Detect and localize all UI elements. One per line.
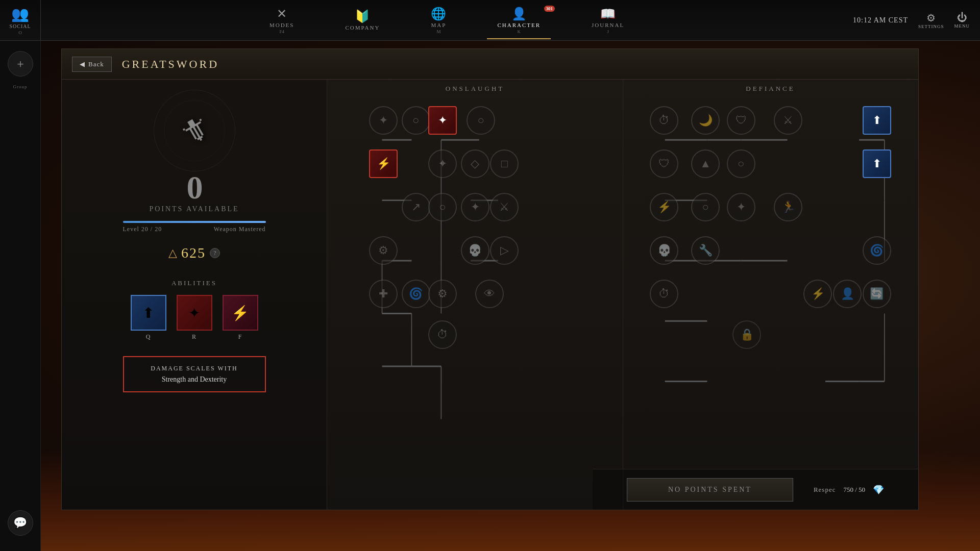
character-key: K xyxy=(518,29,521,34)
defiance-column: DEFIANCE xyxy=(623,80,918,510)
skill-node-d19[interactable]: 👤 xyxy=(833,280,862,308)
skill-node-o18[interactable]: ⚙ xyxy=(428,280,457,308)
skill-node-d15[interactable]: 🔧 xyxy=(691,236,720,265)
damage-scales-title: DAMAGE SCALES WITH xyxy=(134,365,255,372)
group-button[interactable]: ＋ xyxy=(8,51,33,77)
skill-node-d10[interactable]: ⚡ xyxy=(650,193,678,221)
time-display: 10:12 AM CEST xyxy=(853,16,908,24)
bottom-bar: NO POINTS SPENT Respec 750 / 50 💎 xyxy=(593,469,918,510)
social-label: SOCIAL xyxy=(9,23,31,29)
skill-node-o14[interactable]: 💀 xyxy=(461,236,489,265)
journal-label: JOURNAL xyxy=(592,22,624,28)
ability-f-symbol: ⚡ xyxy=(231,305,249,321)
respec-label: Respec xyxy=(814,486,836,494)
ability-key-r: R xyxy=(192,333,197,341)
skill-node-d12[interactable]: ✦ xyxy=(727,193,755,221)
ability-r-symbol: ✦ xyxy=(188,305,200,321)
nav-company[interactable]: 🔰 COMPANY xyxy=(335,4,390,37)
character-badge: 301 xyxy=(544,6,555,12)
skill-node-o2[interactable]: ○ xyxy=(402,106,430,135)
damage-scales-value: Strength and Dexterity xyxy=(134,375,255,384)
level-label: Level 20 / 20 xyxy=(123,226,162,233)
skill-node-d-bottom-locked[interactable]: 🔒 xyxy=(732,320,761,349)
skill-node-o11[interactable]: ✦ xyxy=(461,193,489,221)
main-panel: ◀ Back GREATSWORD 🗡 0 POINTS AVAILABLE L… xyxy=(61,48,919,510)
group-label: Group xyxy=(13,84,28,89)
respec-value: 750 / 50 xyxy=(843,486,865,494)
skill-node-d5-hl[interactable]: ⬆ xyxy=(863,106,891,135)
skill-node-o13[interactable]: ⚙ xyxy=(369,236,398,265)
nav-journal[interactable]: 📖 JOURNAL J xyxy=(581,2,634,39)
ability-icon-f[interactable]: ⚡ xyxy=(223,295,258,331)
back-chevron-icon: ◀ xyxy=(80,60,85,68)
skill-node-o4[interactable]: ○ xyxy=(467,106,495,135)
character-label: CHARACTER xyxy=(497,22,541,28)
menu-icon: ⏻ xyxy=(957,12,967,23)
skill-node-d2[interactable]: 🌙 xyxy=(691,106,720,135)
ability-q-symbol: ⬆ xyxy=(142,305,154,321)
skill-node-d20[interactable]: 🔄 xyxy=(863,280,891,308)
skill-node-d1[interactable]: ⏱ xyxy=(650,106,678,135)
skill-node-o5-active[interactable]: ⚡ xyxy=(369,149,398,178)
ability-icon-q[interactable]: ⬆ xyxy=(131,295,166,331)
settings-button[interactable]: ⚙ SETTINGS xyxy=(918,12,944,29)
back-button[interactable]: ◀ Back xyxy=(72,57,112,72)
skill-node-o-bottom[interactable]: ⏱ xyxy=(428,320,457,349)
respec-icon: 💎 xyxy=(873,484,884,495)
social-nav-item[interactable]: 👥 SOCIAL O xyxy=(0,0,41,40)
skill-node-d7[interactable]: ▲ xyxy=(691,149,720,178)
nav-items: ✕ MODES F4 🔰 COMPANY 🌐 MAP M 👤 301 CHARA… xyxy=(41,0,853,40)
ability-key-q: Q xyxy=(146,333,151,341)
skill-node-d17[interactable]: ⏱ xyxy=(650,280,678,308)
nav-map[interactable]: 🌐 MAP M xyxy=(421,2,456,39)
chat-button[interactable]: 💬 xyxy=(8,510,33,536)
mastery-help-button[interactable]: ? xyxy=(210,248,220,258)
skill-node-d6[interactable]: 🛡 xyxy=(650,149,678,178)
skill-node-o19[interactable]: 👁 xyxy=(475,280,504,308)
skill-node-d14[interactable]: 💀 xyxy=(650,236,678,265)
skill-node-o1[interactable]: ✦ xyxy=(369,106,398,135)
skill-node-o17[interactable]: 🌀 xyxy=(402,280,430,308)
ability-slot-q: ⬆ Q xyxy=(131,295,166,341)
character-icon: 👤 xyxy=(511,7,527,21)
skill-node-o9[interactable]: ↗ xyxy=(402,193,430,221)
nav-character[interactable]: 👤 301 CHARACTER K xyxy=(487,2,551,39)
skill-node-o7[interactable]: ◇ xyxy=(461,149,489,178)
skill-node-d4[interactable]: ⚔ xyxy=(774,106,802,135)
ability-icon-r[interactable]: ✦ xyxy=(177,295,212,331)
ability-key-f: F xyxy=(238,333,242,341)
skill-node-o6[interactable]: ✦ xyxy=(428,149,457,178)
points-available-number: 0 xyxy=(187,171,202,204)
skill-node-d3[interactable]: 🛡 xyxy=(727,106,755,135)
skill-node-o10[interactable]: ○ xyxy=(428,193,457,221)
skill-node-o15[interactable]: ▷ xyxy=(490,236,519,265)
menu-label: MENU xyxy=(954,23,970,29)
topbar: 👥 SOCIAL O ✕ MODES F4 🔰 COMPANY 🌐 MAP M … xyxy=(0,0,980,41)
panel-title: GREATSWORD xyxy=(122,58,219,71)
map-key: M xyxy=(436,29,440,34)
no-points-button[interactable]: NO POINTS SPENT xyxy=(627,478,793,502)
skill-node-o3-active[interactable]: ✦ xyxy=(428,106,457,135)
nav-modes[interactable]: ✕ MODES F4 xyxy=(259,2,305,39)
skill-node-d18[interactable]: ⚡ xyxy=(803,280,832,308)
menu-button[interactable]: ⏻ MENU xyxy=(954,12,970,29)
skill-node-o16[interactable]: ✚ xyxy=(369,280,398,308)
modes-key: F4 xyxy=(279,29,284,34)
skill-node-d13[interactable]: 🏃 xyxy=(774,193,802,221)
map-icon: 🌐 xyxy=(431,7,446,21)
skill-node-o12[interactable]: ⚔ xyxy=(490,193,519,221)
company-label: COMPANY xyxy=(345,24,380,31)
skill-node-d16[interactable]: 🌀 xyxy=(863,236,891,265)
skill-node-o8[interactable]: □ xyxy=(490,149,519,178)
chat-icon: 💬 xyxy=(13,516,27,530)
panel-header: ◀ Back GREATSWORD xyxy=(62,49,918,80)
abilities-title: ABILITIES xyxy=(123,279,266,287)
journal-key: J xyxy=(607,29,609,34)
skill-node-d8[interactable]: ○ xyxy=(727,149,755,178)
xp-bar-track xyxy=(123,221,266,223)
onslaught-column: ONSLAUGHT xyxy=(327,80,623,510)
skill-node-d9-hl[interactable]: ⬆ xyxy=(863,149,891,178)
onslaught-header: ONSLAUGHT xyxy=(327,85,623,93)
skill-node-d11[interactable]: ○ xyxy=(691,193,720,221)
settings-icon: ⚙ xyxy=(926,12,936,24)
